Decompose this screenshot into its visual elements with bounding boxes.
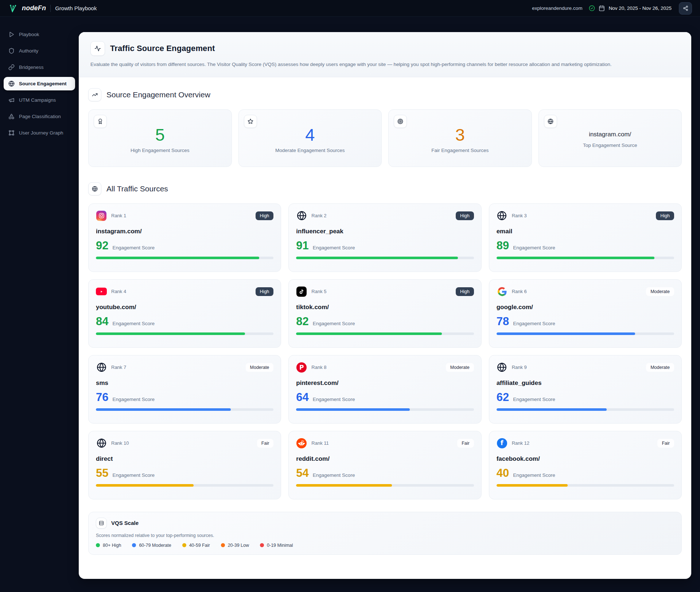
page-header: Traffic Source Engagement Evaluate the q… bbox=[79, 32, 691, 77]
content-panel: Traffic Source Engagement Evaluate the q… bbox=[79, 32, 691, 579]
score-progress-track bbox=[296, 332, 474, 335]
sidebar-item-utm-campaigns[interactable]: UTM Campaigns bbox=[4, 93, 75, 107]
engagement-score-label: Engagement Score bbox=[313, 321, 355, 326]
source-rank: Rank 3 bbox=[512, 213, 527, 218]
source-name: facebook.com/ bbox=[497, 455, 674, 463]
score-progress-fill bbox=[296, 408, 410, 411]
score-progress-fill bbox=[296, 332, 442, 335]
sidebar: PlaybookAuthorityBridgenessSource Engage… bbox=[0, 17, 79, 592]
source-card: fRank 12Fairfacebook.com/40Engagement Sc… bbox=[489, 431, 682, 499]
sidebar-item-label: User Journey Graph bbox=[19, 130, 63, 136]
source-name: reddit.com/ bbox=[296, 455, 474, 463]
rows-icon bbox=[96, 518, 107, 529]
engagement-score-value: 55 bbox=[96, 467, 108, 479]
source-card: Rank 7Moderatesms76Engagement Score bbox=[88, 355, 281, 424]
tier-badge: Fair bbox=[457, 439, 474, 448]
source-name: youtube.com/ bbox=[96, 304, 273, 311]
brand-name: nodeFn bbox=[22, 4, 46, 12]
globe-icon bbox=[88, 182, 101, 195]
engagement-score-value: 84 bbox=[96, 316, 108, 327]
engagement-score-value: 82 bbox=[296, 316, 308, 327]
sidebar-item-authority[interactable]: Authority bbox=[4, 44, 75, 58]
engagement-score-value: 91 bbox=[296, 240, 308, 251]
instagram-icon bbox=[96, 210, 107, 221]
score-progress-fill bbox=[96, 332, 245, 335]
score-progress-fill bbox=[497, 332, 635, 335]
engagement-score-value: 92 bbox=[96, 240, 108, 251]
score-progress-track bbox=[296, 257, 474, 259]
score-progress-track bbox=[497, 332, 674, 335]
source-card: Rank 9Moderateaffiliate_guides62Engageme… bbox=[489, 355, 682, 424]
journey-icon bbox=[8, 130, 15, 136]
share-button[interactable] bbox=[679, 2, 692, 15]
source-card: Rank 3Highemail89Engagement Score bbox=[489, 203, 682, 272]
score-progress-track bbox=[96, 332, 273, 335]
source-name: sms bbox=[96, 379, 273, 387]
page-title: Traffic Source Engagement bbox=[110, 44, 215, 53]
youtube-icon bbox=[96, 286, 107, 297]
source-name: direct bbox=[96, 455, 273, 463]
legend-dot-icon bbox=[221, 543, 225, 547]
calendar-icon bbox=[599, 5, 605, 11]
source-name: google.com/ bbox=[497, 304, 674, 311]
score-progress-track bbox=[296, 408, 474, 411]
score-progress-fill bbox=[96, 257, 259, 259]
award-icon bbox=[94, 115, 107, 128]
sidebar-item-bridgeness[interactable]: Bridgeness bbox=[4, 61, 75, 74]
source-rank: Rank 6 bbox=[512, 289, 527, 294]
engagement-score-label: Engagement Score bbox=[112, 321, 155, 326]
play-icon bbox=[8, 31, 15, 38]
engagement-score-label: Engagement Score bbox=[513, 321, 555, 326]
tier-badge: Moderate bbox=[246, 363, 274, 372]
topbar: nodeFn Growth Playbook exploreandendure.… bbox=[0, 0, 700, 17]
score-progress-fill bbox=[96, 408, 231, 411]
engagement-score-label: Engagement Score bbox=[112, 472, 155, 478]
engagement-score-label: Engagement Score bbox=[513, 245, 555, 250]
overview-card: 3Fair Engagement Sources bbox=[388, 109, 532, 167]
vqs-legend: 80+ High60-79 Moderate40-59 Fair20-39 Lo… bbox=[96, 543, 674, 548]
tier-badge: Fair bbox=[257, 439, 274, 448]
facebook-icon: f bbox=[497, 438, 508, 449]
sources-section-header: All Traffic Sources bbox=[88, 182, 682, 195]
sidebar-item-page-classification[interactable]: Page Classification bbox=[4, 110, 75, 123]
engagement-score-label: Engagement Score bbox=[313, 397, 355, 402]
score-progress-fill bbox=[497, 257, 655, 259]
sidebar-item-label: Source Engagement bbox=[19, 81, 67, 86]
legend-dot-icon bbox=[132, 543, 136, 547]
source-name: email bbox=[497, 228, 674, 235]
sidebar-item-label: Page Classification bbox=[19, 114, 61, 119]
tier-badge: High bbox=[456, 211, 474, 220]
reddit-icon bbox=[296, 438, 307, 449]
globe-icon bbox=[544, 115, 557, 128]
legend-dot-icon bbox=[96, 543, 100, 547]
source-rank: Rank 1 bbox=[111, 213, 126, 218]
sidebar-item-label: Authority bbox=[19, 48, 38, 54]
sidebar-item-playbook[interactable]: Playbook bbox=[4, 28, 75, 41]
megaphone-icon bbox=[8, 97, 15, 103]
tiktok-icon bbox=[296, 286, 307, 297]
legend-label: 60-79 Moderate bbox=[139, 543, 171, 548]
activity-icon bbox=[90, 41, 105, 56]
overview-label: Fair Engagement Sources bbox=[431, 148, 489, 153]
score-progress-fill bbox=[497, 484, 568, 487]
source-card: Rank 4Highyoutube.com/84Engagement Score bbox=[88, 279, 281, 348]
tier-badge: High bbox=[256, 287, 274, 296]
legend-item: 60-79 Moderate bbox=[132, 543, 171, 548]
star-icon bbox=[244, 115, 257, 128]
sidebar-item-source-engagement[interactable]: Source Engagement bbox=[4, 77, 75, 90]
sidebar-item-user-journey-graph[interactable]: User Journey Graph bbox=[4, 126, 75, 140]
source-rank: Rank 2 bbox=[311, 213, 326, 218]
overview-card: 5High Engagement Sources bbox=[88, 109, 232, 167]
source-rank: Rank 7 bbox=[111, 365, 126, 370]
tier-badge: Moderate bbox=[646, 363, 674, 372]
globe-icon bbox=[96, 438, 107, 449]
tier-badge: High bbox=[456, 287, 474, 296]
overview-value: 5 bbox=[155, 126, 165, 143]
engagement-score-label: Engagement Score bbox=[513, 472, 555, 478]
globe-icon bbox=[497, 210, 508, 221]
engagement-score-label: Engagement Score bbox=[513, 397, 555, 402]
link-icon bbox=[8, 64, 15, 70]
site-domain: exploreandendure.com bbox=[532, 5, 582, 11]
legend-item: 0-19 Minimal bbox=[260, 543, 293, 548]
source-rank: Rank 10 bbox=[111, 440, 129, 446]
